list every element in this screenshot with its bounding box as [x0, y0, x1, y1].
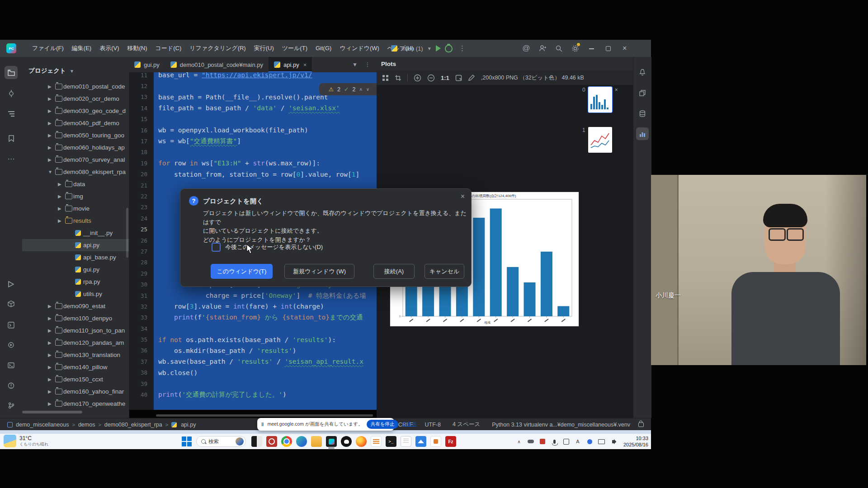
- python-console-tool-icon[interactable]: [5, 319, 18, 332]
- tree-item[interactable]: ▶results: [22, 215, 129, 227]
- stop-sharing-button[interactable]: 共有を停止: [367, 420, 399, 429]
- tray-blue-icon[interactable]: [586, 438, 593, 445]
- run-button[interactable]: [436, 45, 441, 52]
- crop-frame-icon[interactable]: [395, 75, 401, 81]
- project-scrollbar-horizontal[interactable]: [22, 411, 82, 413]
- tree-item[interactable]: ▶demo110_json_to_pan: [22, 324, 129, 337]
- notifications-bell-icon[interactable]: [636, 66, 649, 78]
- window-maximize-button[interactable]: [606, 46, 611, 51]
- new-window-button[interactable]: 新規ウィンドウ (W): [284, 264, 354, 279]
- edit-pencil-icon[interactable]: [468, 74, 475, 81]
- chevron-down-icon[interactable]: ▼: [48, 169, 55, 174]
- this-window-button[interactable]: このウィンドウ(T): [211, 264, 273, 279]
- onedrive-cloud-icon[interactable]: [527, 438, 534, 445]
- tree-item[interactable]: ▶demo130_translation: [22, 349, 129, 361]
- problems-tool-icon[interactable]: [5, 379, 18, 392]
- editor-tab-gui-py[interactable]: gui.py: [129, 57, 165, 72]
- chevron-right-icon[interactable]: ▶: [48, 328, 55, 333]
- window-close-button[interactable]: ×: [623, 44, 627, 52]
- services-tool-icon[interactable]: [5, 338, 18, 352]
- tree-item[interactable]: api.py: [22, 239, 129, 251]
- unlocked-padlock-icon[interactable]: [638, 422, 644, 427]
- tree-item[interactable]: ▶demo090_estat: [22, 300, 129, 312]
- taskbar-app-edge[interactable]: [296, 436, 307, 447]
- zoom-in-icon[interactable]: [414, 74, 421, 82]
- structure-tool-icon[interactable]: [5, 107, 18, 120]
- attach-button[interactable]: 接続(A): [373, 264, 415, 279]
- taskbar-app-chrome[interactable]: [281, 436, 292, 447]
- code-with-me-icon[interactable]: @: [520, 42, 533, 55]
- plots-tool-icon[interactable]: [636, 127, 649, 140]
- taskbar-app-uipath[interactable]: [430, 436, 441, 447]
- chevron-down-icon[interactable]: ▼: [427, 46, 432, 51]
- menu-item[interactable]: 編集(E): [68, 40, 95, 57]
- dont-show-again-row[interactable]: 今後このメッセージを表示しない(D): [212, 243, 323, 252]
- status-item[interactable]: Python 3.13 virtualenv a...¥demo_miscell…: [492, 422, 630, 428]
- project-tool-icon[interactable]: [5, 66, 18, 79]
- window-minimize-button[interactable]: [589, 48, 594, 49]
- tree-item[interactable]: ▶demo040_pdf_demo: [22, 117, 129, 129]
- close-tab-icon[interactable]: ×: [303, 61, 307, 68]
- tree-item[interactable]: ▶demo070_survey_anal: [22, 154, 129, 166]
- tree-item[interactable]: ▶demo140_pillow: [22, 361, 129, 373]
- taskbar-weather-widget[interactable]: 31°C くもりのち晴れ: [4, 435, 48, 447]
- tree-item[interactable]: ▶demo170_openweathe: [22, 398, 129, 410]
- add-user-icon[interactable]: [536, 42, 549, 55]
- menu-item[interactable]: 表示(V): [95, 40, 123, 57]
- next-problem-icon[interactable]: ∨: [366, 87, 369, 92]
- speaker-icon[interactable]: [609, 438, 617, 445]
- microphone-icon[interactable]: [551, 438, 558, 445]
- taskbar-app-github[interactable]: [341, 436, 352, 447]
- project-panel-header[interactable]: プロジェクト ▼: [28, 67, 74, 75]
- tree-item[interactable]: ▶demo160_yahoo_finar: [22, 385, 129, 398]
- taskbar-app-note[interactable]: [401, 436, 411, 447]
- tree-item[interactable]: ▶demo120_pandas_am: [22, 337, 129, 349]
- taskbar-app-tasks[interactable]: [371, 436, 382, 447]
- plot-thumbnail-item[interactable]: 0 ×: [582, 87, 627, 113]
- ai-assistant-icon[interactable]: [636, 87, 649, 99]
- hide-bar-link[interactable]: 非表示: [402, 421, 416, 427]
- status-item[interactable]: 4 スペース: [453, 421, 480, 428]
- bookmarks-tool-icon[interactable]: [5, 132, 18, 145]
- debug-button[interactable]: [445, 45, 453, 52]
- more-tool-windows-icon[interactable]: ⋯: [5, 152, 18, 165]
- menu-item[interactable]: ウィンドウ(W): [335, 40, 383, 57]
- tray-app-icon[interactable]: [539, 438, 546, 445]
- breadcrumb-item[interactable]: demo080_ekispert_rpa: [104, 422, 162, 428]
- tree-item[interactable]: ▶demo020_ocr_demo: [22, 93, 129, 105]
- chevron-right-icon[interactable]: ▶: [48, 340, 55, 345]
- version-control-tool-icon[interactable]: [5, 399, 18, 412]
- tree-item[interactable]: ▶movie: [22, 202, 129, 215]
- display-icon[interactable]: [598, 438, 605, 445]
- chevron-right-icon[interactable]: ▶: [48, 389, 55, 394]
- project-scrollbar-vertical[interactable]: [126, 208, 128, 258]
- tree-item[interactable]: ▶data: [22, 178, 129, 190]
- close-thumbnail-icon[interactable]: ×: [615, 87, 618, 93]
- tree-item[interactable]: api_base.py: [22, 251, 129, 263]
- tree-item[interactable]: ▶demo050_touring_goo: [22, 129, 129, 141]
- chevron-right-icon[interactable]: ▶: [48, 316, 55, 321]
- taskbar-app-firefox[interactable]: [356, 436, 367, 447]
- chevron-right-icon[interactable]: ▶: [58, 218, 65, 223]
- prev-problem-icon[interactable]: ∧: [359, 87, 362, 92]
- thumbnail-bar-chart[interactable]: [588, 87, 612, 113]
- fit-to-window-icon[interactable]: [455, 75, 462, 81]
- actual-size-button[interactable]: 1:1: [441, 75, 449, 81]
- zoom-out-icon[interactable]: [427, 74, 435, 82]
- chevron-right-icon[interactable]: ▶: [48, 121, 55, 126]
- tree-item[interactable]: ▶img: [22, 190, 129, 202]
- dialog-close-icon[interactable]: ×: [461, 192, 465, 201]
- thumbnails-grid-icon[interactable]: [382, 75, 389, 81]
- tree-item[interactable]: rpa.py: [22, 276, 129, 288]
- commit-tool-icon[interactable]: [5, 87, 18, 100]
- settings-gear-icon[interactable]: [569, 42, 581, 55]
- chevron-right-icon[interactable]: ▶: [48, 96, 55, 101]
- tree-item[interactable]: ▶demo030_geo_code_d: [22, 105, 129, 117]
- taskbar-app-folder[interactable]: [311, 436, 322, 447]
- chevron-right-icon[interactable]: ▶: [48, 157, 55, 162]
- breadcrumb-item[interactable]: demo_miscellaneous: [16, 422, 69, 428]
- taskbar-app-photos[interactable]: [415, 436, 426, 447]
- thumbnail-line-chart[interactable]: [588, 127, 612, 153]
- inspections-widget[interactable]: ⚠2 ✓2 ∧ ∨: [319, 83, 379, 95]
- menu-item[interactable]: Git(G): [311, 40, 335, 57]
